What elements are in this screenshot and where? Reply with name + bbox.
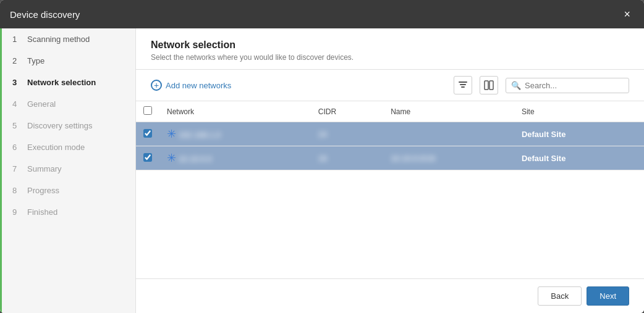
sidebar-item-scanning-method[interactable]: 1 Scanning method [0,28,135,50]
step-number-5: 5 [12,121,22,130]
close-button[interactable]: × [620,7,634,21]
table-header-network: Network [159,101,311,122]
content-title: Network selection [151,40,629,51]
row-checkbox-cell [136,146,159,170]
svg-rect-4 [489,81,493,90]
back-button[interactable]: Back [538,286,582,306]
row-network-2: 10.10.0.0 [179,154,212,164]
sidebar-item-network-selection[interactable]: 3 Network selection [0,72,135,93]
main-content: Network selection Select the networks wh… [136,28,644,313]
step-number-3: 3 [12,78,22,87]
table-header-checkbox [136,101,159,122]
row-site-1: Default Site [514,122,644,146]
step-label-9: Finished [27,207,57,217]
network-table: Network CIDR Name Site ✳ [136,101,644,170]
sidebar: 1 Scanning method 2 Type 3 Network selec… [0,28,136,313]
svg-rect-0 [459,81,467,83]
svg-rect-3 [485,81,488,90]
sidebar-item-summary[interactable]: 7 Summary [0,158,135,180]
columns-icon [484,80,494,90]
add-networks-label: Add new networks [166,81,231,90]
content-header: Network selection Select the networks wh… [136,28,644,70]
row-network-icon-2: ✳ 10.10.0.0 [159,146,311,170]
device-discovery-modal: Device discovery × 1 Scanning method 2 T… [0,0,644,313]
step-number-8: 8 [12,186,22,195]
sidebar-item-discovery-settings[interactable]: 5 Discovery settings [0,115,135,136]
sidebar-item-progress[interactable]: 8 Progress [0,180,135,201]
row-name-1 [383,122,514,146]
step-label-6: Execution mode [27,143,85,152]
sidebar-item-type[interactable]: 2 Type [0,50,135,72]
table-row[interactable]: ✳ 192.168.1.0 24 Default Site [136,122,644,146]
modal-body: 1 Scanning method 2 Type 3 Network selec… [0,28,644,313]
step-number-4: 4 [12,99,22,109]
row-name-2: 10.10.0.0/16 [383,146,514,170]
search-input[interactable] [525,81,624,90]
svg-rect-1 [460,84,466,85]
step-label-7: Summary [27,164,62,173]
sidebar-item-execution-mode[interactable]: 6 Execution mode [0,136,135,158]
table-header-cidr: CIDR [311,101,383,122]
step-label-8: Progress [27,186,59,195]
add-networks-button[interactable]: + Add new networks [151,77,231,93]
network-star-icon-2: ✳ [167,152,176,164]
row-cidr-2: 16 [311,146,383,170]
svg-rect-2 [461,86,465,88]
network-star-icon-1: ✳ [167,128,176,140]
step-number-1: 1 [12,35,22,44]
table-header-site: Site [514,101,644,122]
step-label-3: Network selection [27,78,96,87]
table-row[interactable]: ✳ 10.10.0.0 16 10.10.0.0/16 Default Site [136,146,644,170]
content-subtitle: Select the networks where you would like… [151,53,629,62]
step-label-2: Type [27,56,44,65]
search-icon: 🔍 [511,81,521,90]
filter-button[interactable] [454,76,472,94]
row-checkbox-1[interactable] [143,129,152,138]
modal-title: Device discovery [10,9,80,20]
step-label-1: Scanning method [27,35,90,44]
network-table-area: Network CIDR Name Site ✳ [136,101,644,278]
next-button[interactable]: Next [587,286,629,306]
search-box: 🔍 [506,78,629,93]
sidebar-item-finished[interactable]: 9 Finished [0,201,135,223]
row-network-icon-1: ✳ 192.168.1.0 [159,122,311,146]
step-number-7: 7 [12,164,22,173]
row-checkbox-cell [136,122,159,146]
table-header-row: Network CIDR Name Site [136,101,644,122]
step-number-9: 9 [12,207,22,217]
step-label-5: Discovery settings [27,121,92,130]
plus-circle-icon: + [151,80,162,91]
row-site-2: Default Site [514,146,644,170]
filter-icon [458,80,468,90]
row-checkbox-2[interactable] [143,153,152,162]
footer: Back Next [136,278,644,313]
sidebar-item-general[interactable]: 4 General [0,93,135,115]
row-network-1: 192.168.1.0 [179,130,221,140]
step-number-2: 2 [12,56,22,65]
row-cidr-1: 24 [311,122,383,146]
step-label-4: General [27,99,56,109]
toolbar: + Add new networks [136,70,644,101]
table-header-name: Name [383,101,514,122]
modal-header: Device discovery × [0,0,644,28]
columns-button[interactable] [480,76,498,94]
step-number-6: 6 [12,143,22,152]
select-all-checkbox[interactable] [143,106,152,115]
